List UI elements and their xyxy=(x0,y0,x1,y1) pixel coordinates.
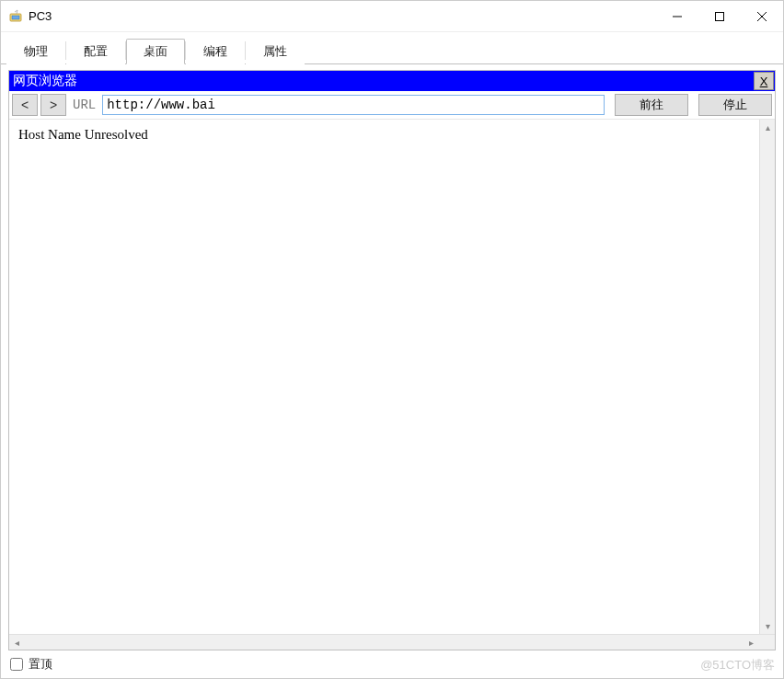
pin-label: 置顶 xyxy=(29,656,52,673)
scroll-corner xyxy=(759,635,775,650)
browser-close-button[interactable]: X xyxy=(754,72,774,90)
tab-physical[interactable]: 物理 xyxy=(6,39,65,64)
scroll-up-icon: ▴ xyxy=(760,120,775,135)
browser-header: 网页浏览器 X xyxy=(9,71,775,91)
tab-programming[interactable]: 编程 xyxy=(186,39,245,64)
scroll-left-icon: ◂ xyxy=(9,635,25,650)
vertical-scrollbar[interactable]: ▴ ▾ xyxy=(759,120,775,634)
tab-bar: 物理 配置 桌面 编程 属性 xyxy=(1,32,783,64)
window-title: PC3 xyxy=(29,9,656,23)
tab-attributes[interactable]: 属性 xyxy=(246,39,305,64)
footer: 置顶 xyxy=(1,650,783,678)
forward-icon: > xyxy=(50,98,57,112)
scroll-down-icon: ▾ xyxy=(760,618,775,634)
scroll-right-icon: ▸ xyxy=(744,635,759,650)
forward-button[interactable]: > xyxy=(40,94,66,116)
tab-config[interactable]: 配置 xyxy=(66,39,125,64)
horizontal-scrollbar[interactable]: ◂ ▸ xyxy=(9,634,775,650)
maximize-button[interactable] xyxy=(698,1,741,31)
titlebar: PC3 xyxy=(1,1,783,32)
back-button[interactable]: < xyxy=(12,94,38,116)
app-icon xyxy=(8,9,23,24)
content-area: 网页浏览器 X < > URL 前往 停止 Host Name Unresolv… xyxy=(1,64,783,650)
svg-rect-3 xyxy=(716,12,724,20)
close-button[interactable] xyxy=(741,1,783,31)
scroll-track xyxy=(25,635,744,650)
browser-header-title: 网页浏览器 xyxy=(13,73,753,89)
go-button[interactable]: 前往 xyxy=(615,94,688,116)
url-input[interactable] xyxy=(102,95,605,115)
minimize-icon xyxy=(673,12,682,21)
maximize-icon xyxy=(715,12,724,21)
tab-desktop[interactable]: 桌面 xyxy=(126,39,185,64)
url-label: URL xyxy=(69,98,99,112)
page-content: Host Name Unresolved xyxy=(9,120,759,634)
minimize-button[interactable] xyxy=(656,1,698,31)
browser-panel: 网页浏览器 X < > URL 前往 停止 Host Name Unresolv… xyxy=(8,70,776,650)
close-icon xyxy=(757,12,767,21)
stop-button[interactable]: 停止 xyxy=(698,94,772,116)
back-icon: < xyxy=(21,98,29,112)
pin-checkbox[interactable] xyxy=(10,658,23,671)
svg-rect-1 xyxy=(12,16,19,19)
app-window: PC3 物理 配置 桌面 编程 属性 网页浏览器 X xyxy=(0,0,784,679)
browser-body: Host Name Unresolved ▴ ▾ xyxy=(9,120,775,634)
window-controls xyxy=(656,1,783,31)
browser-toolbar: < > URL 前往 停止 xyxy=(9,91,775,120)
